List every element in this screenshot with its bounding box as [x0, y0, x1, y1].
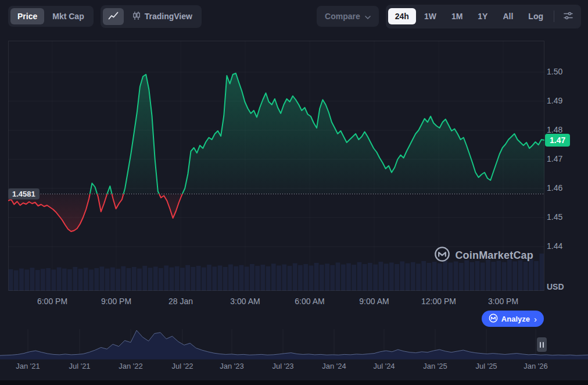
sliders-icon [563, 10, 573, 23]
analyze-button[interactable]: Analyze › [482, 311, 544, 327]
price-axis-label: 1.44 [547, 241, 562, 251]
range-log[interactable]: Log [521, 8, 550, 24]
range-all[interactable]: All [496, 8, 520, 24]
range-1m[interactable]: 1M [444, 8, 469, 24]
mktcap-tab[interactable]: Mkt Cap [45, 8, 91, 24]
minimap-axis-label: Jan '22 [119, 362, 143, 370]
horizontal-scrollbar[interactable] [0, 380, 588, 385]
price-tab[interactable]: Price [10, 8, 44, 24]
minimap-axis-label: Jul '24 [373, 362, 395, 370]
line-chart-icon [108, 12, 119, 22]
minimap-axis-label: Jul '23 [272, 362, 293, 370]
tradingview-label: TradingView [145, 12, 192, 21]
time-axis-label: 6:00 PM [37, 297, 67, 306]
minimap-axis-label: Jan '21 [16, 362, 40, 370]
time-axis-label: 9:00 PM [101, 297, 131, 306]
time-axis-label: 12:00 PM [421, 297, 456, 306]
chart-type-group: TradingView [101, 5, 202, 28]
drag-handle-icon [540, 342, 541, 348]
toolbar-divider [554, 10, 554, 22]
minimap-axis-label: Jul '22 [171, 362, 193, 370]
minimap-scroll-handle[interactable] [537, 337, 547, 352]
chart-settings-button[interactable] [558, 7, 579, 26]
chevron-right-icon: › [534, 314, 537, 324]
candlestick-icon [132, 11, 141, 22]
price-mktcap-toggle: Price Mkt Cap [8, 6, 94, 27]
minimap-axis-label: Jan '26 [524, 362, 548, 370]
coinmarketcap-watermark: CoinMarketCap [434, 246, 533, 265]
minimap-chart[interactable] [0, 328, 588, 359]
minimap-axis-label: Jul '25 [475, 362, 497, 370]
price-axis-label: 1.46 [547, 183, 562, 192]
price-axis-label: 1.49 [547, 96, 562, 105]
minimap-axis-label: Jan '25 [423, 362, 447, 370]
price-axis-label: 1.50 [547, 67, 562, 76]
price-axis-label: 1.47 [547, 154, 562, 163]
line-chart-button[interactable] [103, 8, 124, 25]
minimap-axis-label: Jan '23 [220, 362, 244, 370]
time-axis-label: 3:00 PM [488, 297, 518, 306]
time-axis-label: 6:00 AM [295, 297, 324, 306]
price-axis-label: 1.45 [547, 212, 562, 222]
coinmarketcap-logo-icon [434, 246, 450, 265]
minimap-axis-label: Jul '21 [69, 362, 90, 370]
tradingview-button[interactable]: TradingView [125, 8, 199, 26]
time-axis-label: 9:00 AM [359, 297, 389, 306]
minimap-axis-label: Jan '24 [322, 362, 346, 370]
time-axis-label: 28 Jan [168, 297, 193, 306]
price-axis-label: 1.48 [547, 125, 562, 134]
compare-button[interactable]: Compare [317, 6, 379, 27]
current-price-badge: 1.47 [545, 134, 570, 147]
time-axis-label: 3:00 AM [230, 297, 260, 306]
range-1y[interactable]: 1Y [471, 8, 494, 24]
analyze-label: Analyze [501, 315, 530, 323]
baseline-price-label: 1.4581 [8, 188, 40, 199]
chart-toolbar: Price Mkt Cap TradingView Comp [8, 5, 581, 28]
time-range-group: 24h 1W 1M 1Y All Log [386, 5, 581, 28]
watermark-label: CoinMarketCap [455, 249, 533, 262]
chevron-down-icon [365, 12, 371, 21]
range-24h[interactable]: 24h [388, 8, 416, 24]
price-chart-page: Price Mkt Cap TradingView Comp [0, 0, 588, 385]
drag-handle-icon [543, 342, 544, 348]
compare-label: Compare [325, 12, 360, 21]
axis-unit-label: USD [547, 282, 564, 291]
range-1w[interactable]: 1W [417, 8, 443, 24]
coinmarketcap-logo-icon [489, 313, 498, 325]
